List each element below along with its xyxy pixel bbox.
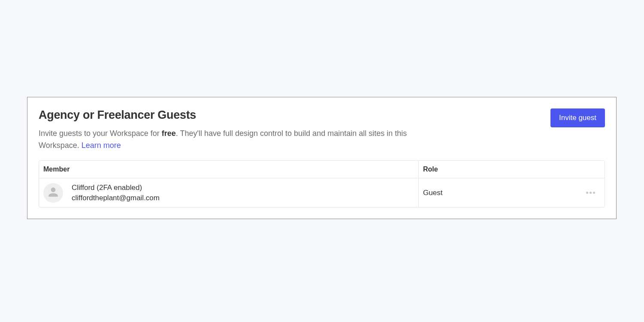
row-actions-button[interactable]	[584, 190, 597, 196]
column-header-member: Member	[39, 161, 419, 178]
member-name: Clifford (2FA enabled)	[72, 183, 160, 193]
more-horizontal-icon	[586, 192, 595, 194]
description-prefix: Invite guests to your Workspace for	[39, 129, 162, 138]
panel-header: Agency or Freelancer Guests Invite guest…	[39, 108, 605, 152]
panel-header-text: Agency or Freelancer Guests Invite guest…	[39, 108, 425, 152]
column-header-role: Role	[419, 161, 605, 178]
guests-panel: Agency or Freelancer Guests Invite guest…	[27, 97, 617, 219]
table-header-row: Member Role	[39, 161, 605, 178]
invite-guest-button[interactable]: Invite guest	[550, 108, 605, 127]
avatar	[43, 183, 63, 203]
table-row: Clifford (2FA enabled) cliffordtheplant@…	[39, 178, 605, 208]
role-cell: Guest	[419, 178, 605, 208]
learn-more-link[interactable]: Learn more	[82, 141, 121, 150]
panel-description: Invite guests to your Workspace for free…	[39, 128, 425, 152]
guests-table: Member Role Clifford (2FA enabled) cliff…	[39, 160, 605, 208]
member-email: cliffordtheplant@gmail.com	[72, 193, 160, 203]
panel-title: Agency or Freelancer Guests	[39, 108, 425, 122]
member-cell: Clifford (2FA enabled) cliffordtheplant@…	[39, 178, 419, 208]
role-value: Guest	[423, 189, 442, 197]
member-info: Clifford (2FA enabled) cliffordtheplant@…	[72, 183, 160, 203]
person-icon	[46, 185, 60, 201]
description-bold: free	[162, 129, 176, 138]
